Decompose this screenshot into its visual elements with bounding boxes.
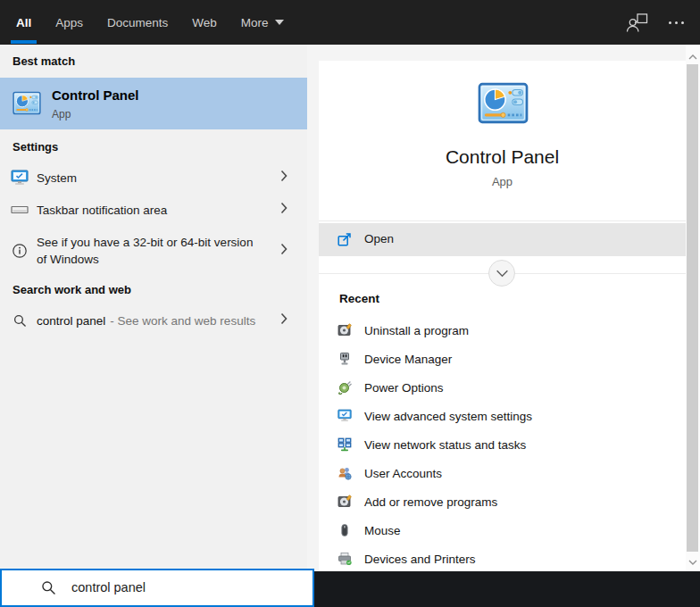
chevron-right-icon	[280, 243, 288, 259]
open-window-icon	[338, 232, 352, 250]
taskbar-search-box[interactable]	[0, 569, 314, 607]
user-account-icon[interactable]	[625, 12, 649, 33]
tab-more[interactable]: More	[241, 0, 284, 45]
recent-item-label: Devices and Printers	[364, 553, 476, 566]
recent-item-devices-printers[interactable]: Devices and Printers	[319, 545, 686, 573]
program-disc-icon	[338, 495, 352, 509]
system-monitor-icon	[338, 409, 352, 423]
open-action[interactable]: Open	[319, 223, 686, 256]
settings-item-taskbar-notification[interactable]: Taskbar notification area	[0, 194, 307, 226]
user-accounts-icon	[338, 466, 352, 480]
search-icon	[40, 579, 57, 600]
app-title: Control Panel	[319, 146, 686, 168]
app-type: App	[319, 175, 686, 188]
results-pane: Best match Control Panel App Settings	[0, 45, 307, 570]
recent-item-label: Uninstall a program	[364, 324, 469, 337]
chevron-down-icon	[496, 270, 509, 278]
recent-item-network-status[interactable]: View network status and tasks	[319, 430, 686, 459]
taskbar-strip-icon	[11, 202, 29, 218]
mouse-icon	[338, 523, 352, 537]
control-panel-icon	[12, 91, 41, 115]
recent-item-label: User Accounts	[364, 467, 442, 480]
dropdown-arrow-icon	[275, 20, 284, 25]
active-tab-underline	[11, 40, 37, 44]
tab-all-label: All	[16, 16, 31, 29]
tab-apps[interactable]: Apps	[55, 0, 83, 45]
recent-item-label: Mouse	[364, 524, 401, 537]
recent-item-add-remove-programs[interactable]: Add or remove programs	[319, 487, 686, 516]
search-icon	[11, 312, 29, 328]
scrollbar-thumb[interactable]	[687, 64, 698, 552]
chevron-right-icon	[280, 312, 288, 328]
recent-item-label: View advanced system settings	[364, 410, 532, 423]
recent-item-advanced-system-settings[interactable]: View advanced system settings	[319, 402, 686, 430]
web-search-query: control panel	[37, 314, 105, 328]
best-match-type: App	[52, 108, 71, 121]
settings-item-system[interactable]: System	[0, 162, 307, 194]
tab-documents[interactable]: Documents	[107, 0, 168, 45]
chevron-right-icon	[280, 202, 288, 218]
tab-apps-label: Apps	[55, 16, 83, 29]
recent-item-mouse[interactable]: Mouse	[319, 516, 686, 545]
recent-item-power-options[interactable]: Power Options	[319, 373, 686, 402]
best-match-header: Best match	[12, 54, 75, 68]
tab-all[interactable]: All	[16, 0, 31, 45]
divider	[319, 220, 686, 221]
settings-item-32-64-bit[interactable]: See if you have a 32-bit or 64-bit versi…	[0, 226, 307, 276]
control-panel-icon-large	[478, 82, 529, 124]
preview-pane: Control Panel App Open Recent Uninstall	[319, 61, 686, 571]
printer-icon	[338, 552, 352, 566]
settings-item-label: System	[37, 171, 77, 185]
tab-web[interactable]: Web	[192, 0, 217, 45]
web-search-text: control panel- See work and web results	[37, 314, 255, 328]
recent-header: Recent	[339, 292, 379, 305]
recent-item-label: View network status and tasks	[364, 438, 526, 452]
recent-item-user-accounts[interactable]: User Accounts	[319, 459, 686, 487]
search-input[interactable]	[71, 576, 295, 599]
program-disc-icon	[338, 323, 352, 337]
device-manager-icon	[338, 352, 352, 366]
search-web-header: Search work and web	[12, 283, 131, 296]
recent-item-uninstall-program[interactable]: Uninstall a program	[319, 316, 686, 345]
scrollbar[interactable]	[686, 45, 700, 571]
scroll-up-icon[interactable]	[688, 50, 698, 61]
settings-item-label: See if you have a 32-bit or 64-bit versi…	[37, 234, 262, 268]
best-match-title: Control Panel	[52, 87, 139, 103]
settings-header: Settings	[12, 140, 58, 154]
settings-item-label: Taskbar notification area	[37, 204, 167, 217]
more-options-icon[interactable]	[669, 21, 684, 24]
recent-item-label: Power Options	[364, 381, 444, 395]
scroll-down-icon[interactable]	[688, 555, 698, 566]
chevron-right-icon	[280, 170, 288, 186]
network-icon	[338, 437, 352, 452]
recent-item-label: Device Manager	[364, 353, 452, 366]
recent-item-label: Add or remove programs	[364, 495, 497, 509]
power-plug-icon	[338, 380, 352, 395]
recent-item-device-manager[interactable]: Device Manager	[319, 345, 686, 373]
info-icon	[11, 243, 29, 259]
windows-search-screen: { "topbar": { "tabs": [ {"label": "All",…	[0, 0, 700, 607]
filter-tabs: All Apps Documents Web More	[16, 0, 284, 45]
web-search-hint: - See work and web results	[110, 314, 255, 328]
tab-documents-label: Documents	[107, 16, 168, 29]
expand-actions-button[interactable]	[488, 260, 515, 287]
tab-more-label: More	[241, 16, 269, 29]
open-label: Open	[364, 232, 394, 245]
system-monitor-icon	[11, 170, 29, 186]
tab-web-label: Web	[192, 16, 217, 29]
best-match-result[interactable]: Control Panel App	[0, 78, 307, 129]
search-filter-bar: All Apps Documents Web More	[0, 0, 700, 45]
web-search-result[interactable]: control panel- See work and web results	[0, 304, 307, 337]
